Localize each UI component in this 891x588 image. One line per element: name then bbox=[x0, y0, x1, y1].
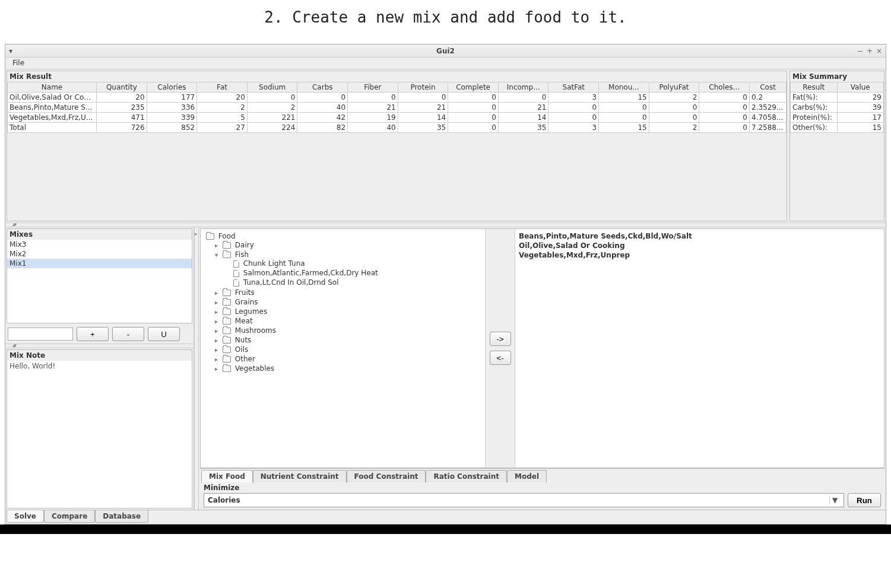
tree-node[interactable]: ▸ Grains bbox=[215, 297, 481, 307]
tab-ratio-constraint[interactable]: Ratio Constraint bbox=[426, 470, 507, 482]
folder-icon bbox=[223, 328, 231, 334]
column-header[interactable]: Quantity bbox=[97, 82, 147, 93]
column-header[interactable]: Protein bbox=[398, 82, 448, 93]
u-button[interactable]: U bbox=[148, 327, 180, 341]
table-row[interactable]: Carbs(%):39 bbox=[791, 103, 884, 113]
list-item[interactable]: Mix3 bbox=[7, 240, 192, 249]
tree-root-node[interactable]: Food▸ Dairy▾ Fish Chunk Light Tuna Salmo… bbox=[204, 231, 481, 374]
splitter-vertical[interactable] bbox=[194, 227, 199, 510]
tree-node[interactable]: ▸ Dairy bbox=[215, 240, 481, 250]
folder-icon bbox=[223, 337, 231, 344]
tree-toggle-icon[interactable]: ▸ bbox=[215, 290, 221, 296]
minimize-combo[interactable]: Calories ▼ bbox=[204, 493, 844, 507]
minimize-value: Calories bbox=[208, 496, 240, 504]
table-row[interactable]: Fat(%):29 bbox=[791, 93, 884, 103]
tree-leaf[interactable]: Chunk Light Tuna bbox=[226, 259, 481, 268]
table-row[interactable]: Other(%):15 bbox=[791, 123, 884, 133]
table-row[interactable]: Total72685227224824035035315207.2588... bbox=[8, 123, 787, 133]
tree-toggle-icon[interactable]: ▸ bbox=[215, 337, 221, 344]
instruction-heading: 2. Create a new mix and add food to it. bbox=[0, 0, 891, 44]
food-tree[interactable]: Food▸ Dairy▾ Fish Chunk Light Tuna Salmo… bbox=[201, 229, 486, 468]
menu-file[interactable]: File bbox=[9, 58, 28, 68]
list-item[interactable]: Mix1 bbox=[7, 259, 192, 268]
tree-node[interactable]: ▸ Other bbox=[215, 354, 481, 364]
column-header[interactable]: Cost bbox=[750, 82, 787, 93]
column-header[interactable]: Choles... bbox=[699, 82, 750, 93]
titlebar[interactable]: ▾ Gui2 − + × bbox=[5, 45, 886, 58]
window-menu-icon[interactable]: ▾ bbox=[5, 47, 16, 55]
run-button[interactable]: Run bbox=[848, 493, 881, 507]
splitter-horizontal[interactable] bbox=[5, 223, 886, 227]
mix-name-input[interactable] bbox=[8, 328, 73, 341]
mix-note-text[interactable]: Hello, World! bbox=[7, 361, 192, 508]
column-header[interactable]: Carbs bbox=[297, 82, 348, 93]
move-right-button[interactable]: -> bbox=[490, 332, 511, 346]
move-left-button[interactable]: <- bbox=[490, 351, 511, 365]
tab-model[interactable]: Model bbox=[507, 470, 547, 482]
column-header[interactable]: Value bbox=[837, 82, 884, 93]
tree-node[interactable]: ▸ Meat bbox=[215, 316, 481, 326]
file-icon bbox=[233, 270, 239, 277]
remove-mix-button[interactable]: - bbox=[112, 327, 144, 341]
tree-leaf[interactable]: Salmon,Atlantic,Farmed,Ckd,Dry Heat bbox=[226, 268, 481, 278]
add-mix-button[interactable]: + bbox=[77, 327, 109, 341]
tab-compare[interactable]: Compare bbox=[44, 510, 95, 523]
column-header[interactable]: Calories bbox=[147, 82, 197, 93]
tree-toggle-icon[interactable]: ▸ bbox=[215, 309, 221, 315]
tree-leaf[interactable]: Tuna,Lt,Cnd In Oil,Drnd Sol bbox=[226, 278, 481, 287]
mix-summary-table[interactable]: ResultValue Fat(%):29Carbs(%):39Protein(… bbox=[790, 82, 884, 133]
column-header[interactable]: PolyuFat bbox=[649, 82, 699, 93]
table-row[interactable]: Oil,Olive,Salad Or Coo...201772000000031… bbox=[8, 93, 787, 103]
tree-node[interactable]: ▸ Oils bbox=[215, 345, 481, 354]
tree-toggle-icon[interactable]: ▸ bbox=[215, 318, 221, 325]
table-row[interactable]: Vegetables,Mxd,Frz,U...47133952214219140… bbox=[8, 113, 787, 123]
list-item[interactable]: Vegetables,Mxd,Frz,Unprep bbox=[519, 250, 880, 260]
tree-toggle-icon[interactable]: ▾ bbox=[215, 252, 221, 258]
table-row[interactable]: Beans,Pinto,Mature S...23533622402121021… bbox=[8, 103, 787, 113]
added-foods-list[interactable]: Beans,Pinto,Mature Seeds,Ckd,Bld,Wo/Salt… bbox=[515, 229, 884, 468]
tree-toggle-icon[interactable]: ▸ bbox=[215, 299, 221, 306]
column-header[interactable]: Name bbox=[8, 82, 97, 93]
splitter-horizontal-2[interactable] bbox=[5, 344, 194, 348]
tree-node[interactable]: ▸ Mushrooms bbox=[215, 326, 481, 335]
minimize-window-icon[interactable]: − bbox=[857, 47, 863, 55]
chevron-down-icon[interactable]: ▼ bbox=[829, 496, 840, 504]
window-title: Gui2 bbox=[5, 47, 886, 55]
tab-database[interactable]: Database bbox=[95, 510, 148, 523]
tree-toggle-icon[interactable]: ▸ bbox=[215, 242, 221, 249]
folder-icon bbox=[223, 252, 231, 258]
column-header[interactable]: Monou... bbox=[599, 82, 649, 93]
list-item[interactable]: Mix2 bbox=[7, 249, 192, 259]
column-header[interactable]: SatFat bbox=[548, 82, 599, 93]
menubar: File bbox=[5, 58, 886, 69]
tree-node[interactable]: ▸ Legumes bbox=[215, 307, 481, 316]
column-header[interactable]: Fiber bbox=[348, 82, 398, 93]
tree-toggle-icon[interactable]: ▸ bbox=[215, 328, 221, 334]
tree-node[interactable]: ▸ Vegetables bbox=[215, 364, 481, 373]
maximize-window-icon[interactable]: + bbox=[867, 47, 873, 55]
tree-node[interactable]: ▸ Nuts bbox=[215, 335, 481, 345]
tab-food-constraint[interactable]: Food Constraint bbox=[347, 470, 426, 482]
list-item[interactable]: Oil,Olive,Salad Or Cooking bbox=[519, 241, 880, 250]
column-header[interactable]: Sodium bbox=[247, 82, 297, 93]
tree-toggle-icon[interactable]: ▸ bbox=[215, 356, 221, 363]
mid-tabs: Mix FoodNutrient ConstraintFood Constrai… bbox=[200, 468, 884, 482]
table-row[interactable]: Protein(%):17 bbox=[791, 113, 884, 123]
mix-result-panel: Mix Result NameQuantityCaloriesFatSodium… bbox=[7, 71, 787, 221]
tree-node[interactable]: ▸ Fruits bbox=[215, 288, 481, 297]
column-header[interactable]: Result bbox=[791, 82, 838, 93]
column-header[interactable]: Complete bbox=[448, 82, 499, 93]
mixes-list[interactable]: Mix3Mix2Mix1 bbox=[7, 240, 192, 323]
list-item[interactable]: Beans,Pinto,Mature Seeds,Ckd,Bld,Wo/Salt bbox=[519, 231, 880, 241]
tab-nutrient-constraint[interactable]: Nutrient Constraint bbox=[253, 470, 347, 482]
close-window-icon[interactable]: × bbox=[876, 47, 882, 55]
folder-icon bbox=[223, 318, 231, 325]
tree-toggle-icon[interactable]: ▸ bbox=[215, 347, 221, 353]
mix-result-table[interactable]: NameQuantityCaloriesFatSodiumCarbsFiberP… bbox=[7, 82, 787, 133]
tab-solve[interactable]: Solve bbox=[7, 510, 44, 523]
column-header[interactable]: Fat bbox=[197, 82, 248, 93]
column-header[interactable]: Incomp... bbox=[498, 82, 548, 93]
tree-toggle-icon[interactable]: ▸ bbox=[215, 365, 221, 372]
tree-node[interactable]: ▾ Fish Chunk Light Tuna Salmon,Atlantic,… bbox=[215, 250, 481, 288]
tab-mix-food[interactable]: Mix Food bbox=[201, 470, 253, 482]
